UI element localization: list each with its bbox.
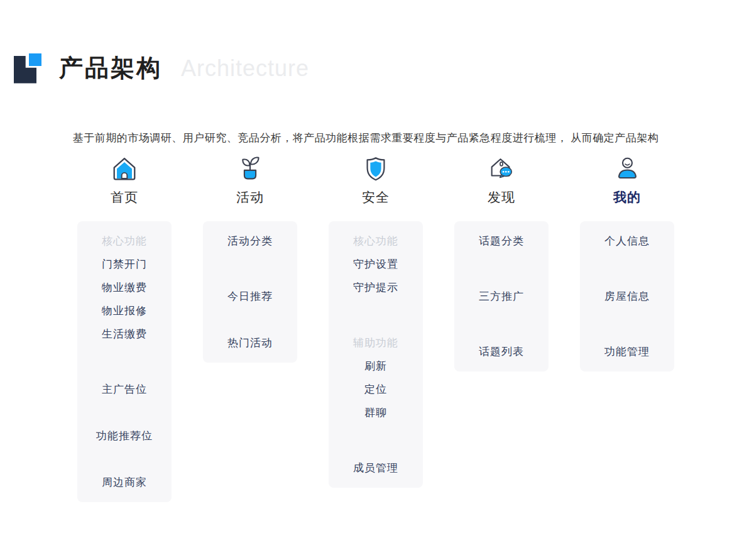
card-security: 核心功能守护设置守护提示辅助功能刷新定位群聊成员管理 <box>329 221 423 488</box>
group-label: 核心功能 <box>102 229 147 253</box>
feature-item: 话题列表 <box>479 340 524 363</box>
architecture-columns: 首页 核心功能门禁开门物业缴费物业报修生活缴费主广告位功能推荐位周边商家 活动 … <box>77 155 674 502</box>
column-activity: 活动 活动分类今日推荐热门活动 <box>203 155 297 502</box>
feature-item: 物业缴费 <box>102 276 147 299</box>
card-mine: 个人信息房屋信息功能管理 <box>580 221 674 371</box>
person-icon <box>613 155 642 184</box>
column-home: 首页 核心功能门禁开门物业缴费物业报修生活缴费主广告位功能推荐位周边商家 <box>77 155 172 502</box>
description-text: 基于前期的市场调研、用户研究、竞品分析，将产品功能根据需求重要程度与产品紧急程度… <box>0 131 731 145</box>
feature-item: 刷新 <box>364 354 387 378</box>
feature-item: 成员管理 <box>353 456 398 480</box>
feature-item: 话题分类 <box>479 229 524 253</box>
feature-item: 守护提示 <box>353 276 398 299</box>
column-label: 我的 <box>613 189 641 206</box>
column-label: 活动 <box>236 189 264 206</box>
feature-item: 生活缴费 <box>102 322 147 346</box>
feature-item: 物业报修 <box>102 299 147 322</box>
feature-item: 三方推广 <box>479 285 524 308</box>
page-title: 产品架构 <box>59 52 162 84</box>
feature-item: 活动分类 <box>227 229 273 253</box>
column-discover: 发现 话题分类三方推广话题列表 <box>454 155 549 502</box>
feature-item: 热门活动 <box>227 331 273 354</box>
feature-item: 主广告位 <box>102 378 147 401</box>
home-icon <box>110 155 139 184</box>
logo-blue-square <box>29 53 41 66</box>
feature-item: 门禁开门 <box>102 253 147 276</box>
card-home: 核心功能门禁开门物业缴费物业报修生活缴费主广告位功能推荐位周边商家 <box>77 221 172 502</box>
column-label: 发现 <box>488 189 515 206</box>
feature-item: 房屋信息 <box>604 285 650 308</box>
column-mine: 我的 个人信息房屋信息功能管理 <box>580 155 674 502</box>
feature-item: 周边商家 <box>102 471 147 494</box>
card-discover: 话题分类三方推广话题列表 <box>454 221 549 371</box>
feature-item: 个人信息 <box>604 229 650 253</box>
page-subtitle-en: Architecture <box>181 55 309 82</box>
brand-logo <box>14 53 43 84</box>
feature-item: 功能管理 <box>604 340 650 363</box>
column-label: 安全 <box>362 189 390 206</box>
group-label: 辅助功能 <box>353 331 398 354</box>
feature-item: 今日推荐 <box>227 285 273 308</box>
feature-item: 群聊 <box>364 401 387 424</box>
card-activity: 活动分类今日推荐热门活动 <box>203 221 297 363</box>
group-label: 核心功能 <box>353 229 398 253</box>
feature-item: 守护设置 <box>353 253 398 276</box>
feature-item: 定位 <box>364 378 387 401</box>
feature-item: 功能推荐位 <box>96 424 153 447</box>
shield-icon <box>361 155 390 184</box>
plant-icon <box>236 155 265 184</box>
slide-header: 产品架构 Architecture <box>14 52 309 84</box>
column-security: 安全 核心功能守护设置守护提示辅助功能刷新定位群聊成员管理 <box>329 155 423 502</box>
column-label: 首页 <box>111 189 138 206</box>
discover-icon <box>487 155 516 184</box>
